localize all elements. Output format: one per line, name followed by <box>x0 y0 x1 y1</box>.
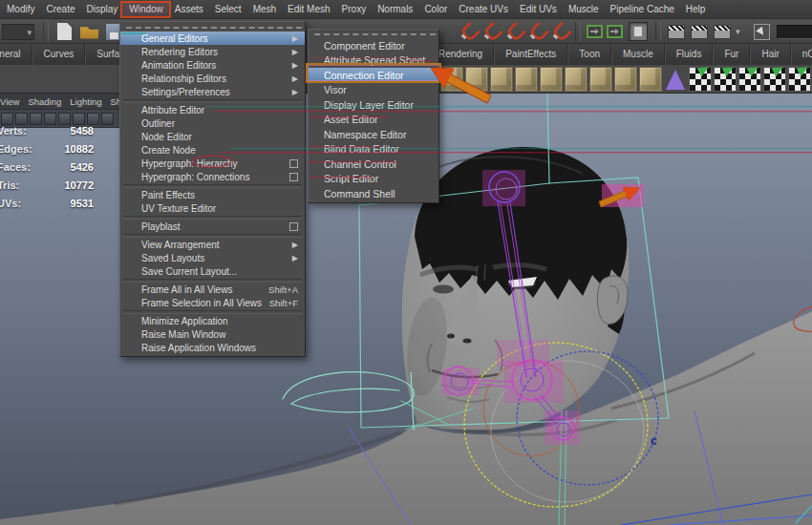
poly-helix-icon[interactable] <box>614 67 637 92</box>
menu-bar-item[interactable]: Assets <box>169 0 209 19</box>
hud-label: Edges: <box>0 143 32 155</box>
menu-bar-item[interactable]: Create UVs <box>453 0 514 19</box>
shelf-tab[interactable]: Curves <box>32 44 86 65</box>
make-live-icon[interactable] <box>552 23 567 40</box>
shelf-tab[interactable]: General <box>0 44 32 65</box>
render-settings-icon[interactable] <box>714 25 731 39</box>
menu-item[interactable]: ▶ <box>120 24 305 32</box>
snap-to-plane-icon[interactable] <box>529 23 545 40</box>
poly-cylinder-icon[interactable] <box>490 67 513 92</box>
menu-bar-item[interactable]: Help <box>680 0 712 19</box>
construction-history-icon[interactable] <box>629 22 648 41</box>
poly-plane-icon[interactable] <box>515 67 538 92</box>
toolbar-separator[interactable] <box>575 22 581 41</box>
menu-item-paint-effects[interactable]: Paint Effects ▶ <box>120 188 305 201</box>
menu-item-minimize-application[interactable]: Minimize Application ▶ <box>120 314 305 327</box>
mesh-smooth-proxy-icon[interactable] <box>714 67 737 92</box>
toolbar-separator[interactable] <box>655 22 661 41</box>
poly-cube-icon[interactable] <box>465 67 488 92</box>
poly-prism-icon[interactable] <box>565 67 588 92</box>
menu-bar-item[interactable]: Proxy <box>336 0 373 19</box>
panel-menu-item[interactable]: Shading <box>28 96 61 107</box>
menu-item-attribute-editor[interactable]: Attribute Editor ▶ <box>120 103 305 116</box>
menu-bar-item[interactable]: Muscle <box>563 0 605 19</box>
panel-menu-item[interactable]: View <box>0 96 19 107</box>
menu-bar-item[interactable]: Select <box>209 0 247 19</box>
shelf-tab[interactable]: Toon <box>567 44 611 65</box>
menu-item-relationship-editors[interactable]: Relationship Editors ▶ <box>120 72 305 85</box>
menu-item-attribute-spread-sheet[interactable]: Attribute Spread Sheet ▶ <box>309 53 438 69</box>
menu-item-component-editor[interactable]: Component Editor ▶ <box>309 38 438 53</box>
menu-item-visor[interactable]: Visor ▶ <box>309 83 438 98</box>
poly-torus-icon[interactable] <box>540 67 563 92</box>
shelf-tab[interactable]: Muscle <box>611 44 665 65</box>
menu-item-outliner[interactable]: Outliner ▶ <box>120 116 305 130</box>
open-scene-icon[interactable] <box>80 25 98 39</box>
mesh-smooth-icon[interactable] <box>689 67 712 92</box>
mesh-reduce-icon[interactable] <box>763 67 786 92</box>
sidebar-caret-icon[interactable] <box>736 27 749 36</box>
menu-item-hypergraph-connections[interactable]: Hypergraph: Connections ▶ <box>120 170 305 183</box>
menu-item-hypergraph-hierarchy[interactable]: Hypergraph: Hierarchy ▶ <box>120 157 305 170</box>
menu-item-blind-data-editor[interactable]: Blind Data Editor ▶ <box>309 142 438 158</box>
input-connections-icon[interactable] <box>587 25 603 38</box>
shelf-tab[interactable]: Fluids <box>665 44 714 65</box>
mesh-sculpt-icon[interactable] <box>788 67 811 92</box>
menu-item-display-layer-editor[interactable]: Display Layer Editor ▶ <box>309 97 438 113</box>
option-box-icon[interactable] <box>289 173 298 181</box>
safe-title-icon[interactable] <box>101 113 114 125</box>
option-box-icon[interactable] <box>289 159 298 168</box>
menu-item-raise-application-windows[interactable]: Raise Application Windows ▶ <box>120 341 305 354</box>
panel-menu-item[interactable]: Lighting <box>70 96 101 107</box>
menu-item-saved-layouts[interactable]: Saved Layouts ▶ <box>120 251 305 264</box>
menu-bar-item[interactable]: Modify <box>1 0 40 19</box>
menu-item-save-current-layout[interactable]: Save Current Layout... ▶ <box>120 264 305 278</box>
mesh-crease-icon[interactable] <box>738 67 761 92</box>
menu-item-view-arrangement[interactable]: View Arrangement ▶ <box>120 238 305 251</box>
menu-item-namespace-editor[interactable]: Namespace Editor ▶ <box>309 127 438 142</box>
menu-item-asset-editor[interactable]: Asset Editor ▶ <box>309 113 438 128</box>
quick-select-field[interactable] <box>777 25 812 39</box>
snap-to-grid-icon[interactable] <box>460 23 476 40</box>
menu-bar-item[interactable]: Create <box>40 0 80 19</box>
menu-bar-item[interactable]: Mesh <box>247 0 282 19</box>
menu-item-frame-all[interactable]: Frame All in All Views Shift+A ▶ <box>120 283 305 296</box>
menu-item-animation-editors[interactable]: Animation Editors ▶ <box>120 58 305 72</box>
menu-bar-item[interactable]: Normals <box>372 0 418 19</box>
output-connections-icon[interactable] <box>607 25 623 38</box>
menu-item-frame-selection[interactable]: Frame Selection in All Views Shift+F ▶ <box>120 296 305 309</box>
menu-bar-item[interactable]: Edit UVs <box>514 0 563 19</box>
new-scene-icon[interactable] <box>57 23 72 40</box>
menu-item-raise-main-window[interactable]: Raise Main Window ▶ <box>120 327 305 341</box>
menu-item-connection-editor[interactable]: Connection Editor ▶ <box>309 68 438 83</box>
poly-sphere-icon[interactable] <box>440 67 463 92</box>
menu-item-node-editor[interactable]: Node Editor ▶ <box>120 130 305 143</box>
menu-bar-item[interactable]: Edit Mesh <box>282 0 335 19</box>
menu-bar-item[interactable]: Pipeline Cache <box>605 0 680 19</box>
select-tool-box-icon[interactable] <box>754 24 770 40</box>
menu-bar-item[interactable]: Color <box>418 0 453 19</box>
menu-item-create-node[interactable]: Create Node ▶ <box>120 143 305 157</box>
poly-cone-icon[interactable] <box>664 67 687 92</box>
option-box-icon[interactable] <box>289 222 298 231</box>
render-current-frame-icon[interactable] <box>668 25 685 39</box>
snap-to-curve-icon[interactable] <box>483 23 499 40</box>
menu-item-general-editors[interactable]: General Editors ▶ <box>120 32 305 45</box>
toolbar-separator[interactable] <box>43 22 49 41</box>
poly-soccerball-icon[interactable] <box>639 67 662 92</box>
snap-to-point-icon[interactable] <box>506 23 522 40</box>
menu-item-script-editor[interactable]: Script Editor ▶ <box>309 172 438 187</box>
menu-item[interactable]: ▶ <box>309 31 438 38</box>
selection-mask-dropdown[interactable] <box>2 24 34 40</box>
menu-bar-item[interactable]: Window <box>123 0 169 19</box>
poly-pipe-icon[interactable] <box>589 67 612 92</box>
menu-item-rendering-editors[interactable]: Rendering Editors ▶ <box>120 45 305 58</box>
menu-item-uv-texture-editor[interactable]: UV Texture Editor ▶ <box>120 201 305 215</box>
menu-item-playblast[interactable]: Playblast ▶ <box>120 220 305 233</box>
shelf-tab[interactable]: PaintEffects <box>494 44 567 65</box>
menu-item-channel-control[interactable]: Channel Control ▶ <box>309 157 438 172</box>
menu-item-settings-preferences[interactable]: Settings/Preferences ▶ <box>120 85 305 98</box>
menu-bar-item[interactable]: Display <box>80 0 123 19</box>
ipr-render-icon[interactable] <box>691 25 708 39</box>
menu-item-command-shell[interactable]: Command Shell ▶ <box>309 186 438 201</box>
